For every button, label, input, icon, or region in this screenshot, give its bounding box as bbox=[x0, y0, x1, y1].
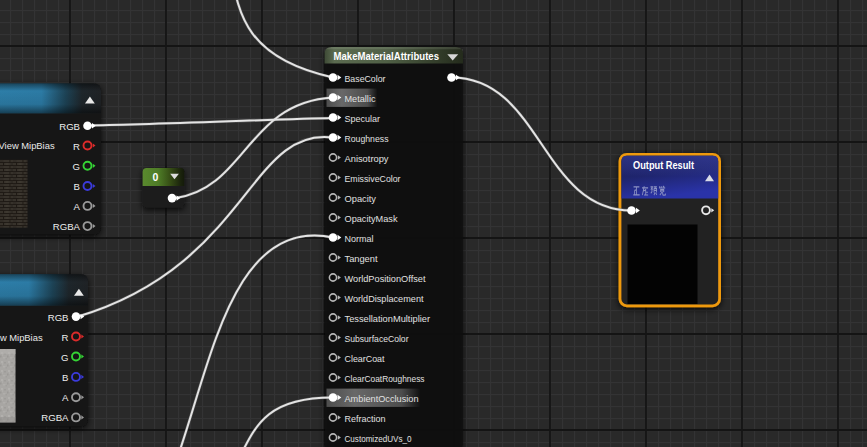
svg-text:ClearCoat: ClearCoat bbox=[345, 353, 385, 364]
svg-text:ClearCoatRoughness: ClearCoatRoughness bbox=[345, 373, 425, 384]
svg-text:Normal: Normal bbox=[345, 233, 374, 244]
svg-text:View MipBias: View MipBias bbox=[0, 140, 55, 151]
svg-text:RGBA: RGBA bbox=[53, 221, 81, 232]
svg-text:WorldPositionOffset: WorldPositionOffset bbox=[345, 273, 426, 284]
svg-text:RGB: RGB bbox=[48, 312, 69, 323]
svg-text:RGB: RGB bbox=[59, 121, 80, 132]
svg-text:Roughness: Roughness bbox=[345, 133, 389, 144]
svg-text:R: R bbox=[73, 141, 80, 152]
svg-text:Tangent: Tangent bbox=[345, 253, 378, 264]
svg-text:G: G bbox=[61, 352, 68, 363]
svg-text:WorldDisplacement: WorldDisplacement bbox=[345, 293, 424, 304]
svg-text:B: B bbox=[74, 181, 80, 192]
svg-text:A: A bbox=[62, 392, 69, 403]
svg-text:0: 0 bbox=[153, 171, 159, 183]
svg-text:CustomizedUVs_0: CustomizedUVs_0 bbox=[345, 433, 412, 444]
svg-text:Anisotropy: Anisotropy bbox=[345, 153, 389, 164]
svg-text:View MipBias: View MipBias bbox=[0, 332, 43, 343]
svg-text:TessellationMultiplier: TessellationMultiplier bbox=[345, 313, 431, 324]
svg-text:AmbientOcclusion: AmbientOcclusion bbox=[345, 393, 419, 404]
svg-text:RGBA: RGBA bbox=[41, 412, 69, 423]
svg-text:Metallic: Metallic bbox=[345, 93, 376, 104]
svg-text:B: B bbox=[62, 372, 68, 383]
svg-text:Specular: Specular bbox=[345, 113, 381, 124]
svg-text:EmissiveColor: EmissiveColor bbox=[345, 173, 402, 184]
svg-text:MakeMaterialAttributes: MakeMaterialAttributes bbox=[334, 50, 440, 62]
svg-text:SubsurfaceColor: SubsurfaceColor bbox=[345, 333, 410, 344]
svg-text:OpacityMask: OpacityMask bbox=[345, 213, 398, 224]
svg-text:A: A bbox=[74, 201, 81, 212]
svg-text:BaseColor: BaseColor bbox=[345, 73, 387, 84]
svg-text:Refraction: Refraction bbox=[345, 413, 386, 424]
svg-text:R: R bbox=[62, 332, 69, 343]
svg-text:Output Result: Output Result bbox=[633, 160, 695, 171]
svg-text:G: G bbox=[73, 161, 80, 172]
svg-text:Opacity: Opacity bbox=[345, 193, 377, 204]
